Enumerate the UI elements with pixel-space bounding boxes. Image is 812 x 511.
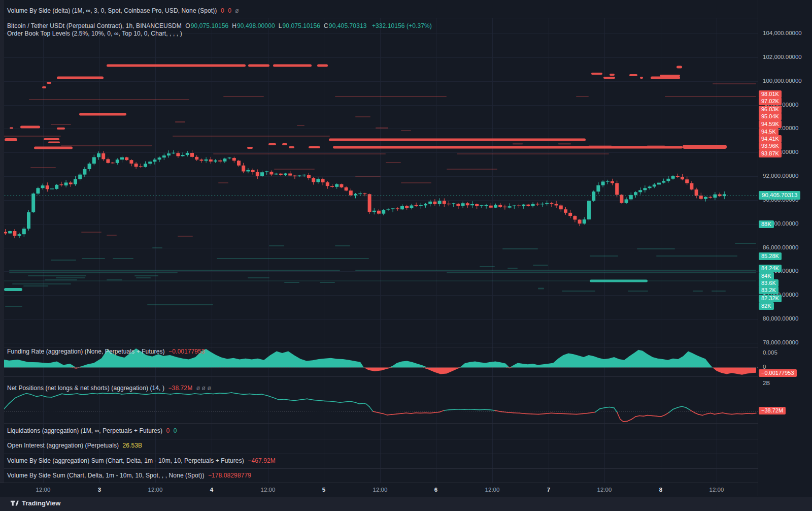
candle: [456, 204, 460, 206]
tradingview-logo-icon: [10, 499, 19, 507]
bid-price-chip: 82K: [759, 302, 774, 310]
net-positions-line-segment: [52, 396, 57, 397]
orderbook-ask-level: [175, 121, 185, 123]
orderbook-ask-level: [282, 143, 287, 145]
orderbook-bid-level: [637, 248, 675, 249]
candle: [153, 159, 156, 162]
symbol-title[interactable]: Bitcoin / Tether USDt (Perpetual Contrac…: [7, 22, 182, 29]
netpos-value-chip: −38.72M: [759, 407, 786, 414]
pane-divider[interactable]: [0, 347, 758, 347]
candle: [587, 201, 591, 219]
indicator-title[interactable]: Liquidations (aggregation) (1M, ∞, Perpe…: [7, 427, 162, 434]
indicator-value: 0: [221, 7, 224, 14]
indicator-title[interactable]: Volume By Side Sum (Chart, Delta, 1m - 1…: [7, 472, 205, 479]
net-positions-line-segment: [77, 394, 82, 395]
net-positions-line-segment: [526, 413, 532, 414]
funding-axis-tick: 0.005: [763, 349, 777, 356]
orderbook-ask-level: [629, 74, 637, 76]
orderbook-ask-level: [457, 153, 609, 154]
indicator-value: −467.92M: [248, 457, 276, 464]
pane-divider[interactable]: [0, 454, 758, 454]
indicator-value: −38.72M: [168, 385, 193, 392]
main-chart-svg[interactable]: [0, 0, 758, 496]
net-positions-line-segment: [706, 413, 710, 414]
tradingview-logo[interactable]: TradingView: [10, 499, 60, 507]
net-positions-line-segment: [620, 419, 623, 422]
indicator-title[interactable]: Volume By Side (delta) (1M, ∞, 3, 0, Spo…: [7, 7, 217, 14]
orderbook-bid-level: [480, 266, 495, 267]
orderbook-ask-level: [683, 145, 727, 149]
orderbook-ask-level: [48, 142, 60, 143]
orderbook-ask-level: [576, 96, 589, 97]
pane-divider[interactable]: [0, 18, 758, 18]
orderbook-bid-level: [735, 243, 756, 244]
net-positions-line-segment: [47, 397, 52, 398]
indicator-title[interactable]: Net Positions (net longs & net shorts) (…: [7, 385, 164, 392]
orderbook-ask-level: [107, 65, 246, 67]
candle: [550, 203, 553, 204]
candle: [438, 201, 442, 204]
net-positions-line-segment: [57, 394, 62, 396]
net-positions-line-segment: [737, 413, 742, 414]
candle: [269, 172, 273, 174]
price-axis-tick: 92,000.00000: [763, 173, 798, 179]
orderbook-ask-level: [665, 96, 756, 97]
orderbook-bid-level: [136, 277, 151, 278]
candle: [8, 231, 12, 233]
pane-divider[interactable]: [0, 468, 758, 469]
net-positions-line-segment: [564, 413, 570, 414]
candle: [391, 208, 395, 209]
candle: [209, 159, 213, 162]
time-axis[interactable]: 12:00312:00412:00512:00612:00712:00812:0…: [0, 483, 758, 497]
orderbook-ask-level: [178, 236, 193, 237]
orderbook-ask-level: [30, 167, 56, 168]
indicator-title[interactable]: Open Interest (aggregation) (Perpetuals): [7, 442, 119, 449]
pane-legend-liquidations: Liquidations (aggregation) (1M, ∞, Perpe…: [7, 427, 179, 434]
net-positions-line-segment: [686, 408, 690, 410]
net-positions-line-segment: [152, 393, 158, 394]
candle: [489, 206, 493, 208]
candle: [536, 204, 539, 204]
ask-price-chip: 96.03K: [759, 106, 782, 113]
net-positions-line-segment: [589, 412, 595, 413]
orderbook-bid-level: [217, 258, 369, 259]
candle: [199, 159, 203, 161]
orderbook-ask-level: [223, 96, 264, 97]
orderbook-ask-level: [386, 162, 401, 163]
net-positions-line-segment: [520, 413, 526, 413]
candle: [298, 175, 301, 176]
orderbook-bid-level: [269, 245, 284, 246]
net-positions-line-segment: [545, 413, 551, 413]
orderbook-ask-level: [335, 96, 447, 97]
indicator-value: ø ø ø: [196, 385, 211, 392]
pane-divider[interactable]: [0, 423, 758, 424]
net-positions-line-segment: [657, 416, 661, 417]
orderbook-ask-level: [247, 147, 253, 149]
net-positions-line-segment: [116, 393, 122, 394]
net-positions-line-segment: [15, 395, 21, 398]
candle: [307, 175, 311, 178]
indicator-title[interactable]: Volume By Side (aggregation) Sum (Chart,…: [7, 457, 244, 464]
net-positions-line-segment: [605, 407, 610, 407]
candle: [513, 206, 516, 206]
indicator-title[interactable]: Funding Rate (aggregation) (None, Perpet…: [7, 348, 165, 355]
indicator-title[interactable]: Order Book Top Levels (2.5%, 10%, 0, ∞, …: [7, 30, 182, 37]
net-positions-line-segment: [623, 421, 627, 422]
candle: [321, 179, 325, 182]
pane-divider[interactable]: [0, 439, 758, 439]
net-positions-line-segment: [189, 394, 195, 395]
orderbook-bid-level: [4, 288, 22, 291]
candle: [666, 179, 670, 181]
candle: [232, 158, 236, 161]
candle: [162, 155, 166, 157]
price-axis[interactable]: 104,000.00000102,000.00000100,000.000009…: [758, 0, 812, 496]
indicator-value: −0.00177953: [168, 348, 205, 355]
orderbook-bid-level: [628, 291, 648, 292]
candle: [573, 216, 577, 219]
pane-legend-orderbook: Order Book Top Levels (2.5%, 10%, 0, ∞, …: [7, 30, 184, 37]
orderbook-ask-level: [660, 75, 680, 77]
pane-divider[interactable]: [0, 376, 758, 377]
candle: [256, 172, 259, 176]
candle: [116, 159, 119, 163]
time-axis-label: 4: [196, 483, 227, 496]
